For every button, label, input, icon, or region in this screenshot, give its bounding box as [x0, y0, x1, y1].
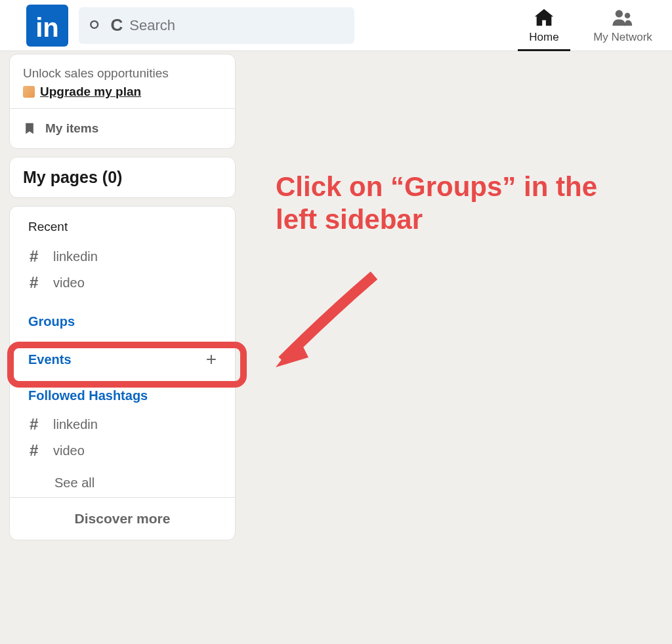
see-all-link[interactable]: See all: [10, 469, 235, 497]
sidebar-events-link[interactable]: Events +: [10, 341, 235, 378]
nav-home-label: Home: [529, 31, 558, 44]
my-items-link[interactable]: My items: [10, 109, 235, 148]
my-items-label: My items: [45, 121, 98, 136]
upgrade-link-label: Upgrade my plan: [40, 85, 141, 99]
svg-point-1: [616, 10, 623, 17]
bookmark-icon: [23, 121, 36, 136]
people-icon: [612, 7, 634, 30]
annotation-text: Click on “Groups” in the left sidebar: [276, 171, 643, 237]
my-pages-title: My pages (0): [23, 168, 222, 187]
my-pages-card[interactable]: My pages (0): [9, 157, 236, 198]
svg-point-2: [625, 13, 631, 19]
groups-label: Groups: [28, 314, 75, 329]
annotation-callout: Click on “Groups” in the left sidebar: [276, 171, 643, 237]
discover-more-link[interactable]: Discover more: [10, 497, 235, 540]
recent-item-video[interactable]: # video: [30, 270, 217, 296]
search-icon: [89, 18, 102, 33]
plus-icon[interactable]: +: [206, 349, 217, 370]
followed-item-video[interactable]: # video: [30, 437, 217, 464]
svg-point-0: [91, 21, 98, 28]
search-box[interactable]: C: [79, 7, 354, 44]
upgrade-link[interactable]: Upgrade my plan: [23, 85, 222, 99]
hashtag-icon: #: [30, 441, 44, 460]
followed-item-label: video: [53, 443, 85, 458]
spinner-icon: C: [111, 15, 123, 35]
nav-network-label: My Network: [593, 31, 652, 44]
followed-hashtags-label: Followed Hashtags: [28, 388, 148, 403]
search-input[interactable]: [129, 17, 344, 34]
promo-card: Unlock sales opportunities Upgrade my pl…: [9, 54, 236, 149]
recent-label: Recent: [28, 220, 217, 234]
recent-item-label: video: [53, 275, 85, 291]
arrow-icon: [262, 262, 394, 393]
nav-home[interactable]: Home: [505, 0, 583, 51]
hashtag-icon: #: [30, 415, 44, 433]
recent-item-label: linkedin: [53, 249, 98, 264]
premium-badge-icon: [23, 86, 35, 98]
left-sidebar: Unlock sales opportunities Upgrade my pl…: [9, 54, 236, 540]
recent-item-linkedin[interactable]: # linkedin: [30, 243, 217, 270]
sidebar-groups-link[interactable]: Groups: [10, 305, 235, 338]
nav-network[interactable]: My Network: [583, 0, 662, 51]
top-nav-bar: in C Home My Network: [0, 0, 672, 51]
events-label: Events: [28, 352, 72, 367]
hashtag-icon: #: [30, 273, 44, 292]
promo-text: Unlock sales opportunities: [23, 66, 222, 81]
discover-card: Recent # linkedin # video Groups Events …: [9, 206, 236, 540]
home-icon: [533, 7, 555, 30]
followed-item-linkedin[interactable]: # linkedin: [30, 411, 217, 437]
followed-item-label: linkedin: [53, 417, 98, 432]
sidebar-followed-hashtags[interactable]: Followed Hashtags: [10, 378, 235, 411]
linkedin-logo[interactable]: in: [26, 5, 68, 47]
hashtag-icon: #: [30, 247, 44, 266]
